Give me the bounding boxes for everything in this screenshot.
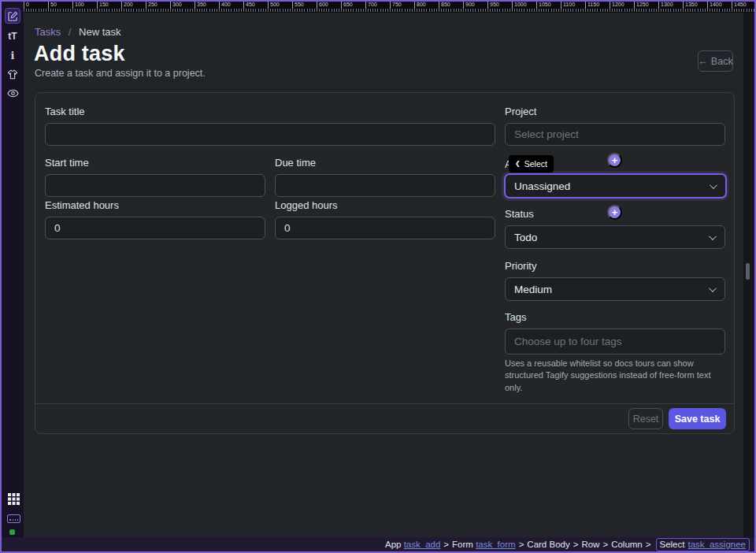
ruler-label: 1300 <box>658 2 673 12</box>
selected-element-name: task_assignee <box>687 539 746 551</box>
breadcrumb-current: New task <box>79 26 120 38</box>
breadcrumb: Tasks / New task <box>35 26 121 38</box>
info-icon: i <box>11 50 15 61</box>
project-label: Project <box>505 106 536 117</box>
add-status-button[interactable]: + <box>607 205 622 220</box>
status-indicator-dot <box>9 529 15 535</box>
priority-label: Priority <box>505 260 536 272</box>
ruler-label: 1350 <box>683 2 698 12</box>
estimated-hours-input[interactable] <box>45 217 265 239</box>
ruler-label: 0 <box>24 2 29 12</box>
tags-help-text: Uses a reusable whitelist so docs tours … <box>505 358 728 394</box>
ruler-label: 250 <box>146 2 158 12</box>
ruler-label: 600 <box>317 2 328 12</box>
path-form-name[interactable]: task_form <box>476 540 516 549</box>
ruler-label: 650 <box>341 2 353 12</box>
back-button[interactable]: ← Back <box>698 50 733 72</box>
task-title-label: Task title <box>45 106 85 117</box>
selected-element-type: Select <box>660 539 685 551</box>
ruler-label: 800 <box>414 2 426 12</box>
start-time-label: Start time <box>45 157 89 169</box>
path-separator: > <box>519 540 524 549</box>
ruler-label: 350 <box>195 2 206 12</box>
preview-canvas: Tasks / New task Add task Create a task … <box>24 13 743 537</box>
ruler-label: 1150 <box>585 2 599 12</box>
add-assignee-button[interactable]: + <box>607 153 622 168</box>
path-card-body[interactable]: Card Body <box>527 540 569 549</box>
path-app-type: App <box>385 540 401 549</box>
status-select[interactable]: Todo <box>505 225 725 249</box>
ruler-label: 300 <box>170 2 182 12</box>
tool-info[interactable]: i <box>5 47 20 63</box>
ruler-label: 100 <box>72 2 84 12</box>
scrollbar-thumb[interactable] <box>746 263 750 280</box>
assignee-select-value: Unassigned <box>514 180 570 192</box>
status-select-value: Todo <box>514 232 537 243</box>
eye-icon <box>7 89 19 98</box>
back-button-label: Back <box>711 56 733 67</box>
ruler-label: 550 <box>292 2 304 12</box>
ruler-label: 900 <box>463 2 475 12</box>
save-task-button[interactable]: Save task <box>669 408 726 429</box>
chevron-down-icon <box>710 181 717 189</box>
tool-preview[interactable] <box>5 85 20 101</box>
tool-typography[interactable]: tT <box>5 28 20 44</box>
tags-label: Tags <box>505 311 526 323</box>
ruler-label: 500 <box>268 2 280 12</box>
tool-edit[interactable] <box>5 8 20 24</box>
path-row[interactable]: Row <box>581 540 599 549</box>
estimated-hours-label: Estimated hours <box>45 199 119 211</box>
terminal-icon[interactable] <box>7 514 20 523</box>
page-subtitle: Create a task and assign it to a project… <box>35 68 206 79</box>
logged-hours-input[interactable] <box>275 217 495 239</box>
ruler-label: 1400 <box>707 2 722 12</box>
due-time-label: Due time <box>275 157 316 169</box>
breadcrumb-separator: / <box>69 26 72 38</box>
ruler-label: 1200 <box>610 2 624 12</box>
path-column[interactable]: Column <box>611 540 643 549</box>
ruler-label: 450 <box>243 2 255 12</box>
task-title-input[interactable] <box>45 123 495 146</box>
tool-components[interactable] <box>5 66 20 82</box>
ruler-label: 50 <box>48 2 57 12</box>
grid-icon[interactable] <box>8 493 20 505</box>
assignee-select[interactable]: Unassigned <box>504 173 727 199</box>
plus-icon: + <box>612 207 618 217</box>
horizontal-ruler: 0501001502002503003504004505005506006507… <box>24 2 754 13</box>
ruler-label: 700 <box>365 2 377 12</box>
path-separator: > <box>646 540 651 549</box>
project-input[interactable] <box>505 123 725 146</box>
breadcrumb-tasks-link[interactable]: Tasks <box>35 26 61 38</box>
element-path-bar: App task_add > Form task_form > Card Bod… <box>2 537 754 551</box>
reset-button[interactable]: Reset <box>628 408 663 429</box>
logged-hours-label: Logged hours <box>275 199 338 211</box>
ruler-label: 1000 <box>512 2 527 12</box>
ruler-label: 200 <box>121 2 133 12</box>
chevron-left-icon: ❮ <box>515 161 521 167</box>
left-toolbar: tT i <box>2 2 24 537</box>
status-label: Status <box>505 208 534 220</box>
text-icon: tT <box>8 31 17 42</box>
ruler-label: 150 <box>97 2 109 12</box>
vertical-scrollbar[interactable] <box>743 13 754 537</box>
chevron-down-icon <box>709 232 717 240</box>
arrow-left-icon: ← <box>698 56 708 67</box>
shirt-icon <box>7 69 18 80</box>
path-separator: > <box>443 540 449 549</box>
priority-select-value: Medium <box>514 284 552 295</box>
due-time-input[interactable] <box>275 174 495 197</box>
ruler-label: 1100 <box>561 2 575 12</box>
path-app-name[interactable]: task_add <box>404 540 441 549</box>
ruler-label: 850 <box>439 2 450 12</box>
start-time-input[interactable] <box>45 174 265 197</box>
ruler-label: 1250 <box>634 2 649 12</box>
ruler-label: 750 <box>390 2 402 12</box>
tags-input[interactable] <box>505 328 725 354</box>
priority-select[interactable]: Medium <box>505 277 725 301</box>
ruler-label: 400 <box>219 2 231 12</box>
task-form-card: Task title Start time Due time Estimated… <box>35 92 735 434</box>
path-selected-element[interactable]: Select task_assignee <box>656 538 750 551</box>
chevron-down-icon <box>709 284 717 292</box>
path-separator: > <box>573 540 579 549</box>
builder-window: 0501001502002503003504004505005506006507… <box>0 0 756 553</box>
